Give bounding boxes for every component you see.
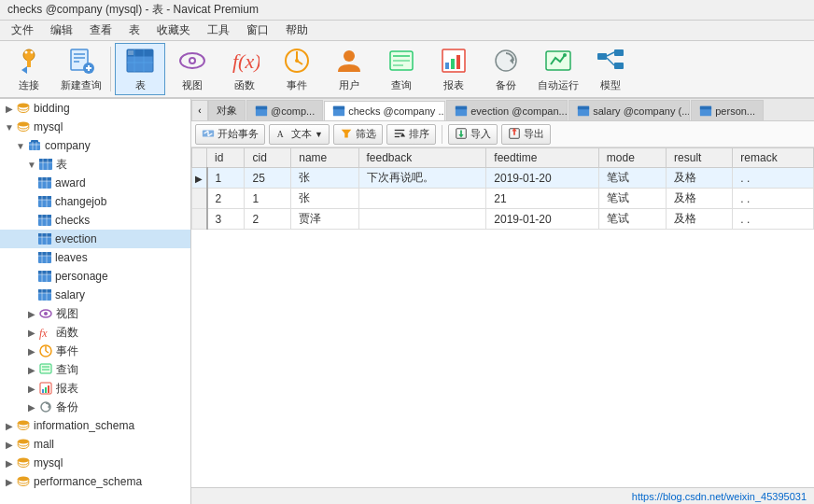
sidebar-item-mall[interactable]: ▶ mall <box>0 435 190 454</box>
begin-transaction-btn[interactable]: 开始事务 <box>195 124 265 145</box>
expand-arrow-events: ▶ <box>26 345 37 357</box>
cell-mode[interactable]: 笔试 <box>598 189 666 209</box>
cell-id[interactable]: 2 <box>207 189 245 209</box>
sidebar-item-reports[interactable]: ▶ 报表 <box>0 379 190 398</box>
db-icon-information-schema <box>16 418 31 433</box>
toolbar-newquery-btn[interactable]: 新建查询 <box>56 43 106 95</box>
export-btn[interactable]: 导出 <box>501 124 551 145</box>
menu-item-查看[interactable]: 查看 <box>82 21 119 40</box>
sidebar-item-mysql[interactable]: ▼ mysql <box>0 118 190 136</box>
filter-btn[interactable]: 筛选 <box>333 124 383 145</box>
toolbar-model-btn[interactable]: 模型 <box>585 43 636 95</box>
col-header-mode[interactable]: mode <box>598 148 666 168</box>
sidebar-item-checks[interactable]: checks <box>0 211 190 230</box>
menu-item-编辑[interactable]: 编辑 <box>43 21 80 40</box>
col-header-cid[interactable]: cid <box>245 148 291 168</box>
menu-item-窗口[interactable]: 窗口 <box>239 21 276 40</box>
import-btn[interactable]: 导入 <box>448 124 498 145</box>
cell-cid[interactable]: 2 <box>245 209 291 230</box>
toolbar-event-btn[interactable]: 事件 <box>272 43 322 95</box>
sidebar-item-tables-group[interactable]: ▼ 表 <box>0 155 190 174</box>
svg-point-45 <box>18 122 29 127</box>
tabs-back-btn[interactable]: ‹ <box>191 100 208 120</box>
col-header-id[interactable]: id <box>207 148 245 168</box>
svg-text:A: A <box>277 129 284 139</box>
cell-id[interactable]: 3 <box>207 209 245 230</box>
table-row[interactable]: 21张21笔试及格. . <box>192 189 814 209</box>
sidebar-item-award[interactable]: award <box>0 174 190 192</box>
cell-cid[interactable]: 25 <box>245 168 291 189</box>
cell-feedtime[interactable]: 2019-01-20 <box>486 168 599 189</box>
tab-checks[interactable]: checks @company ... <box>324 101 445 121</box>
sidebar-item-personage[interactable]: personage <box>0 267 190 286</box>
toolbar-query-btn[interactable]: 查询 <box>376 43 427 95</box>
menu-item-文件[interactable]: 文件 <box>4 21 41 40</box>
col-header-feedback[interactable]: feedback <box>358 148 486 168</box>
sidebar-item-information-schema[interactable]: ▶ information_schema <box>0 416 190 435</box>
cell-mode[interactable]: 笔试 <box>598 168 666 189</box>
sidebar-label-award: award <box>55 176 86 189</box>
cell-id[interactable]: 1 <box>207 168 245 189</box>
col-header-feedtime[interactable]: feedtime <box>486 148 599 168</box>
cell-feedback[interactable] <box>358 209 486 230</box>
sidebar-item-functions[interactable]: ▶ fx 函数 <box>0 323 190 342</box>
cell-feedback[interactable] <box>358 189 486 209</box>
sort-btn[interactable]: 排序 <box>386 124 436 145</box>
menu-item-表[interactable]: 表 <box>121 21 147 40</box>
cell-remack[interactable]: . . <box>733 189 814 209</box>
toolbar-table-btn[interactable]: 表 <box>115 43 165 95</box>
menu-item-帮助[interactable]: 帮助 <box>278 21 316 40</box>
menu-item-工具[interactable]: 工具 <box>200 21 237 40</box>
row-indicator-2 <box>192 209 207 230</box>
tab-person[interactable]: person... <box>691 100 764 120</box>
sidebar-item-queries[interactable]: ▶ 查询 <box>0 360 190 379</box>
cell-result[interactable]: 及格 <box>667 168 733 189</box>
cell-feedback[interactable]: 下次再说吧。 <box>358 168 486 189</box>
cell-remack[interactable]: . . <box>733 209 814 230</box>
sidebar-label-leaves: leaves <box>55 251 88 264</box>
menu-item-收藏夹[interactable]: 收藏夹 <box>149 21 198 40</box>
toolbar-autorun-btn[interactable]: 自动运行 <box>533 43 583 95</box>
cell-name[interactable]: 张 <box>291 168 358 189</box>
backup-label: 备份 <box>496 78 516 92</box>
col-header-remack[interactable]: remack <box>733 148 814 168</box>
table-row[interactable]: 32贾泽2019-01-20笔试及格. . <box>192 209 814 230</box>
sidebar-item-mysql2[interactable]: ▶ mysql <box>0 454 190 472</box>
toolbar-user-btn[interactable]: 用户 <box>324 43 374 95</box>
sidebar-item-events[interactable]: ▶ 事件 <box>0 342 190 360</box>
text-btn[interactable]: A 文本 ▼ <box>269 124 330 145</box>
col-header-name[interactable]: name <box>291 148 358 168</box>
tab-evection[interactable]: evection @compan... <box>446 100 568 120</box>
cell-name[interactable]: 张 <box>291 189 358 209</box>
toolbar-report-btn[interactable]: 报表 <box>428 43 479 95</box>
tab-comp[interactable]: @comp... <box>246 100 323 120</box>
cell-result[interactable]: 及格 <box>667 189 733 209</box>
sidebar-item-performance-schema[interactable]: ▶ performance_schema <box>0 472 190 491</box>
sidebar-item-views[interactable]: ▶ 视图 <box>0 304 190 323</box>
sidebar-item-bidding[interactable]: ▶ bidding <box>0 99 190 118</box>
sidebar-item-backups[interactable]: ▶ 备份 <box>0 398 190 416</box>
toolbar-connect-btn[interactable]: 连接 <box>4 43 54 95</box>
toolbar-view-btn[interactable]: 视图 <box>167 43 218 95</box>
sidebar-item-leaves[interactable]: leaves <box>0 248 190 267</box>
cell-cid[interactable]: 1 <box>245 189 291 209</box>
cell-mode[interactable]: 笔试 <box>598 209 666 230</box>
sidebar-item-evection[interactable]: evection <box>0 230 190 248</box>
tab-salary[interactable]: salary @company (... <box>568 100 690 120</box>
cell-result[interactable]: 及格 <box>667 209 733 230</box>
sidebar-item-company[interactable]: ▼ company <box>0 136 190 155</box>
sidebar-item-changejob[interactable]: changejob <box>0 192 190 211</box>
cell-name[interactable]: 贾泽 <box>291 209 358 230</box>
table-row[interactable]: ▶125张下次再说吧。2019-01-20笔试及格. . <box>192 168 814 189</box>
toolbar-function-btn[interactable]: f(x) 函数 <box>219 43 270 95</box>
toolbar-backup-btn[interactable]: 备份 <box>481 43 531 95</box>
cell-remack[interactable]: . . <box>733 168 814 189</box>
cell-feedtime[interactable]: 21 <box>486 189 599 209</box>
tab-objects[interactable]: 对象 <box>208 100 246 120</box>
table-wrapper[interactable]: id cid name feedback feedtime mode resul… <box>191 147 814 487</box>
svg-point-2 <box>25 51 28 54</box>
col-header-result[interactable]: result <box>667 148 733 168</box>
cell-feedtime[interactable]: 2019-01-20 <box>486 209 599 230</box>
sidebar-item-salary[interactable]: salary <box>0 286 190 304</box>
svg-marker-132 <box>458 133 463 137</box>
